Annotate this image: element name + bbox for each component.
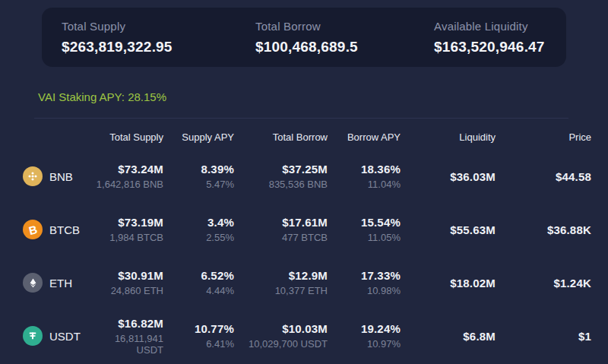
asset-cell: BNB — [23, 166, 91, 186]
asset-symbol: BTCB — [49, 223, 80, 236]
asset-symbol: BNB — [49, 170, 73, 183]
asset-symbol: USDT — [49, 330, 81, 343]
borrow-apy-sub: 10.97% — [328, 338, 401, 350]
borrow-apy-value: 18.36% — [328, 163, 401, 176]
total-borrow-sub: 10,029,700 USDT — [234, 338, 328, 350]
borrow-apy-value: 19.24% — [328, 322, 401, 335]
stat-available-liquidity: Available Liquidity $163,520,946.47 — [434, 20, 545, 55]
supply-apy-value: 8.39% — [163, 163, 234, 176]
usdt-icon — [23, 326, 43, 346]
total-borrow-value: $12.9M — [234, 269, 328, 282]
supply-apy-cell: 10.77% 6.41% — [163, 322, 234, 350]
supply-apy-cell: 8.39% 5.47% — [163, 163, 234, 190]
borrow-apy-cell: 15.54% 11.05% — [328, 216, 401, 243]
total-supply-value: $16.82M — [91, 317, 163, 330]
supply-apy-value: 10.77% — [163, 322, 234, 335]
liquidity-value: $18.02M — [401, 277, 496, 290]
table-row-btcb[interactable]: B BTCB $73.19M 1,984 BTCB 3.4% 2.55% $17… — [23, 203, 608, 256]
total-supply-cell: $73.24M 1,642,816 BNB — [91, 163, 163, 190]
supply-apy-sub: 4.44% — [163, 285, 234, 296]
stat-total-supply: Total Supply $263,819,322.95 — [62, 20, 255, 55]
supply-apy-value: 6.52% — [163, 269, 234, 282]
liquidity-cell: $55.63M — [401, 223, 496, 236]
total-borrow-cell: $17.61M 477 BTCB — [234, 216, 328, 243]
supply-apy-cell: 6.52% 4.44% — [163, 269, 234, 296]
total-borrow-cell: $37.25M 835,536 BNB — [234, 163, 328, 190]
total-supply-value: $73.19M — [91, 216, 163, 229]
total-borrow-sub: 835,536 BNB — [234, 179, 328, 190]
total-supply-value: $30.91M — [91, 269, 163, 282]
price-cell: $44.58 — [496, 170, 591, 183]
total-supply-sub: 24,860 ETH — [91, 285, 163, 296]
liquidity-cell: $36.03M — [401, 170, 496, 183]
liquidity-cell: $6.8M — [401, 330, 496, 343]
stat-value: $263,819,322.95 — [62, 39, 255, 55]
total-borrow-sub: 10,377 ETH — [234, 285, 328, 296]
supply-apy-value: 3.4% — [163, 216, 234, 229]
borrow-apy-sub: 11.05% — [328, 232, 401, 243]
bnb-icon — [23, 166, 43, 186]
eth-icon — [23, 273, 43, 293]
total-supply-sub: 1,984 BTCB — [91, 232, 163, 243]
price-value: $1.24K — [496, 277, 591, 290]
stat-value: $100,468,689.5 — [255, 39, 434, 55]
borrow-apy-cell: 19.24% 10.97% — [328, 322, 401, 350]
stat-label: Available Liquidity — [434, 20, 545, 33]
price-value: $36.88K — [496, 223, 591, 236]
total-borrow-value: $10.03M — [234, 322, 328, 335]
total-supply-cell: $73.19M 1,984 BTCB — [91, 216, 163, 243]
price-cell: $1.24K — [496, 277, 591, 290]
liquidity-cell: $18.02M — [401, 277, 496, 290]
borrow-apy-value: 15.54% — [328, 216, 401, 229]
liquidity-value: $55.63M — [401, 223, 496, 236]
total-supply-sub: 16,811,941 USDT — [91, 333, 163, 356]
price-cell: $1 — [496, 330, 591, 343]
header-liquidity: Liquidity — [401, 131, 496, 143]
total-borrow-cell: $10.03M 10,029,700 USDT — [234, 322, 328, 350]
total-borrow-sub: 477 BTCB — [234, 232, 328, 243]
header-borrow-apy: Borrow APY — [328, 131, 401, 143]
borrow-apy-cell: 17.33% 10.98% — [328, 269, 401, 296]
header-supply-apy: Supply APY — [163, 131, 234, 143]
supply-apy-cell: 3.4% 2.55% — [163, 216, 234, 243]
table-row-bnb[interactable]: BNB $73.24M 1,642,816 BNB 8.39% 5.47% $3… — [23, 150, 608, 203]
price-cell: $36.88K — [496, 223, 591, 236]
borrow-apy-value: 17.33% — [328, 269, 401, 282]
total-supply-sub: 1,642,816 BNB — [91, 179, 163, 190]
market-table: Total Supply Supply APY Total Borrow Bor… — [0, 126, 608, 362]
total-supply-value: $73.24M — [91, 163, 163, 176]
borrow-apy-sub: 11.04% — [328, 179, 401, 190]
asset-cell: USDT — [23, 326, 91, 346]
vai-staking-apy: VAI Staking APY: 28.15% — [38, 90, 166, 103]
price-value: $1 — [496, 330, 591, 343]
price-value: $44.58 — [496, 170, 591, 183]
header-price: Price — [496, 131, 591, 143]
asset-cell: ETH — [23, 273, 91, 293]
header-total-supply: Total Supply — [91, 131, 163, 143]
asset-cell: B BTCB — [23, 220, 91, 239]
divider — [34, 118, 568, 119]
table-header: Total Supply Supply APY Total Borrow Bor… — [23, 126, 608, 143]
table-row-eth[interactable]: ETH $30.91M 24,860 ETH 6.52% 4.44% $12.9… — [23, 256, 608, 309]
stat-value: $163,520,946.47 — [434, 39, 545, 55]
stat-total-borrow: Total Borrow $100,468,689.5 — [255, 20, 434, 55]
supply-apy-sub: 2.55% — [163, 232, 234, 243]
supply-apy-sub: 6.41% — [163, 338, 234, 350]
asset-symbol: ETH — [49, 277, 72, 290]
header-total-borrow: Total Borrow — [234, 131, 328, 143]
stats-card: Total Supply $263,819,322.95 Total Borro… — [42, 8, 566, 67]
total-borrow-value: $17.61M — [234, 216, 328, 229]
total-supply-cell: $16.82M 16,811,941 USDT — [91, 317, 163, 356]
borrow-apy-cell: 18.36% 11.04% — [328, 163, 401, 190]
stat-label: Total Supply — [62, 20, 255, 33]
table-row-usdt[interactable]: USDT $16.82M 16,811,941 USDT 10.77% 6.41… — [23, 309, 608, 362]
borrow-apy-sub: 10.98% — [328, 285, 401, 296]
liquidity-value: $36.03M — [401, 170, 496, 183]
total-borrow-cell: $12.9M 10,377 ETH — [234, 269, 328, 296]
total-supply-cell: $30.91M 24,860 ETH — [91, 269, 163, 296]
liquidity-value: $6.8M — [401, 330, 496, 343]
supply-apy-sub: 5.47% — [163, 179, 234, 190]
total-borrow-value: $37.25M — [234, 163, 328, 176]
stat-label: Total Borrow — [255, 20, 434, 33]
btcb-icon: B — [23, 220, 43, 239]
